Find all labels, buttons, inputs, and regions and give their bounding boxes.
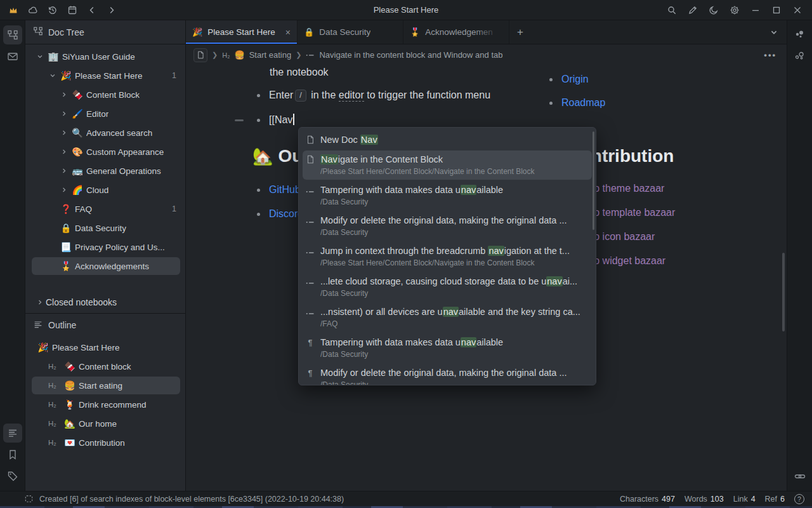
tab-acknowledgements[interactable]: 🎖️ Acknowledgemen — [403, 20, 509, 44]
close-button[interactable] — [792, 5, 802, 15]
breadcrumb-more-icon[interactable]: ••• — [764, 50, 776, 60]
dock-inbox-button[interactable] — [3, 47, 22, 66]
doc-emoji-icon: 🎉 — [36, 342, 51, 352]
search-result-cloud-storage[interactable]: ...lete cloud storage, causing cloud sto… — [299, 272, 596, 302]
list-item-roadmap[interactable]: Roadmap — [549, 97, 605, 109]
dock-tag-button[interactable] — [3, 467, 22, 486]
outline-item-content-block[interactable]: H₂ 🍫 Content block — [25, 357, 185, 376]
tab-close-icon[interactable]: × — [285, 27, 291, 37]
outline-item-drink-recommend[interactable]: H₂ 🍹 Drink recommend — [25, 395, 185, 414]
doctree-item-acknowledgements[interactable]: 🎖️ Acknowledgements — [25, 257, 185, 276]
list-item-github[interactable]: GitHub — [257, 184, 301, 196]
heading-emoji-icon: 🍹 — [62, 399, 77, 410]
doctree-item-content-block[interactable]: 🍫 Content Block — [25, 85, 185, 104]
tab-bar: 🎉 Please Start Here × 🔒 Data Security 🎖️… — [186, 20, 787, 44]
tab-label-fade — [475, 22, 504, 43]
new-tab-button[interactable]: + — [509, 20, 531, 44]
doctree-item-data-security[interactable]: 🔒 Data Security — [25, 218, 185, 237]
bullet-dot-icon — [257, 119, 260, 122]
tab-data-security[interactable]: 🔒 Data Security — [298, 20, 403, 44]
chevron-right-icon[interactable] — [58, 130, 70, 136]
dock-doc-tree-button[interactable] — [3, 25, 22, 44]
outline-item-contribution[interactable]: H₂ 💌 Contribution — [25, 433, 185, 452]
block-drag-handle[interactable] — [235, 119, 244, 121]
doctree-item-cloud[interactable]: 🌈 Cloud — [25, 180, 185, 199]
doctree-notebook-siyuan-user-guide[interactable]: 🏢 SiYuan User Guide — [25, 47, 185, 66]
dock-global-graph-button[interactable] — [790, 47, 809, 66]
search-result-jump-in-context[interactable]: Jump in context through the breadcrumb n… — [299, 241, 596, 272]
minimize-button[interactable] — [750, 5, 761, 15]
tab-please-start-here[interactable]: 🎉 Please Start Here × — [186, 20, 298, 44]
editor-ref-word[interactable]: editor — [339, 90, 364, 102]
help-icon[interactable]: ? — [794, 494, 804, 504]
edit-pencil-icon[interactable] — [688, 5, 698, 15]
chevron-right-icon[interactable] — [58, 187, 70, 193]
chevron-right-icon[interactable] — [58, 149, 70, 155]
result-path: /FAQ — [320, 319, 580, 330]
dock-bookmark-button[interactable] — [3, 445, 22, 464]
roadmap-link[interactable]: Roadmap — [561, 97, 605, 108]
outline-header: Outline — [25, 314, 185, 337]
list-item-icon — [305, 216, 315, 225]
outline-item-please-start-here[interactable]: 🎉 Please Start Here — [25, 338, 185, 357]
doctree-item-custom-appearance[interactable]: 🎨 Custom Appearance — [25, 142, 185, 161]
search-result-navigate-content-block[interactable]: Navigate in the Content Block /Please St… — [299, 150, 596, 180]
doctree-item-please-start-here[interactable]: 🎉 Please Start Here 1 — [25, 66, 185, 85]
search-result-modify-delete-list[interactable]: Modify or delete the original data, maki… — [299, 211, 596, 241]
outline-item-our-home[interactable]: H₂ 🏡 Our home — [25, 414, 185, 433]
breadcrumb-block-crumb[interactable]: Navigate in the content block and Window… — [319, 50, 502, 60]
editor-scrollbar-thumb[interactable] — [782, 253, 785, 331]
chevron-right-icon[interactable] — [58, 110, 70, 117]
doctree-item-advanced-search[interactable]: 🔍 Advanced search — [25, 123, 185, 142]
workspace-crown-icon[interactable] — [8, 5, 18, 15]
doc-tree-icon — [33, 26, 43, 38]
origin-link[interactable]: Origin — [561, 74, 589, 84]
cloud-sync-icon[interactable] — [28, 5, 38, 15]
search-result-tampering-list[interactable]: Tampering with data makes data unavailab… — [299, 180, 596, 211]
left-dock — [0, 20, 25, 491]
window-title: Please Start Here — [374, 5, 439, 15]
maximize-button[interactable] — [771, 5, 782, 15]
result-path: /Please Start Here/Content Block/Navigat… — [320, 166, 535, 177]
closed-notebooks-toggle[interactable]: Closed notebooks — [25, 293, 185, 312]
dock-outline-button[interactable] — [3, 424, 22, 443]
right-dock — [787, 20, 812, 491]
paragraph-wrapped-line[interactable]: the notebook — [270, 67, 329, 78]
chevron-right-icon[interactable] — [58, 168, 70, 174]
settings-gear-icon[interactable] — [730, 5, 740, 15]
chevron-down-icon[interactable] — [34, 53, 46, 60]
notebook-emoji-icon: 🏢 — [46, 51, 61, 62]
list-item-discord[interactable]: Discord — [257, 208, 303, 220]
list-item-enter-slash[interactable]: Enter/ in the editor to trigger the func… — [257, 90, 490, 102]
github-link[interactable]: GitHub — [269, 184, 301, 195]
daily-note-icon[interactable] — [67, 5, 77, 15]
dock-graph-button[interactable] — [790, 25, 809, 44]
search-icon[interactable] — [667, 5, 677, 15]
kbd-slash: / — [295, 90, 306, 102]
search-result-devices-unavailable[interactable]: ...nsistent) or all devices are unavaila… — [299, 302, 596, 333]
chevron-down-icon[interactable] — [47, 72, 58, 79]
h2-tag: H₂ — [48, 401, 62, 408]
breadcrumb-doc-icon[interactable] — [193, 48, 207, 62]
doctree-item-editor[interactable]: 🖌️ Editor — [25, 104, 185, 123]
doctree-item-faq[interactable]: ❓ FAQ 1 — [25, 199, 185, 218]
chevron-right-icon[interactable] — [58, 91, 70, 98]
doctree-item-general-operations[interactable]: 🚌 General Operations — [25, 161, 185, 180]
list-item-origin[interactable]: Origin — [549, 74, 589, 85]
history-icon[interactable] — [48, 5, 58, 15]
tab-list-chevron-down-icon[interactable] — [761, 20, 787, 44]
search-result-new-doc[interactable]: New Doc Nav — [299, 130, 596, 150]
search-result-modify-delete-paragraph[interactable]: ¶ Modify or delete the original data, ma… — [299, 363, 596, 385]
outline-item-start-eating[interactable]: H₂ 🍔 Start eating — [25, 376, 185, 395]
go-forward-icon[interactable] — [107, 5, 117, 15]
breadcrumb-heading-crumb[interactable]: Start eating — [249, 50, 292, 60]
status-bar: Created [6] of search indexes of block-l… — [0, 491, 812, 506]
go-back-icon[interactable] — [87, 5, 97, 15]
doctree-item-privacy-policy[interactable]: 📃 Privacy Policy and Us... — [25, 237, 185, 257]
theme-moon-icon[interactable] — [709, 5, 719, 15]
list-item-ref-typing[interactable]: [[Nav — [257, 114, 294, 126]
popup-scrollbar-thumb[interactable] — [593, 131, 594, 230]
dock-backlinks-button[interactable] — [790, 467, 809, 486]
heading-emoji-icon: 🏡 — [62, 418, 77, 429]
search-result-tampering-paragraph[interactable]: ¶ Tampering with data makes data unavail… — [299, 333, 596, 363]
